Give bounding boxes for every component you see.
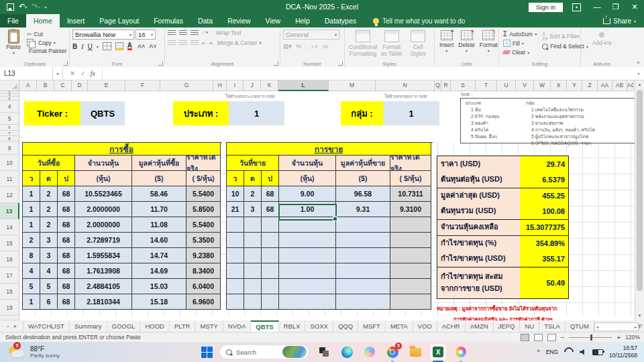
column-header-H[interactable]: H (213, 80, 227, 91)
purchase-cell-r0c3[interactable]: 10.5523465 (75, 186, 132, 202)
row-header-8[interactable]: 8 (0, 136, 19, 141)
task-view-button[interactable] (316, 344, 332, 360)
ribbon-display-options-icon[interactable]: ▴ (572, 3, 581, 11)
purchase-cell-r6c3[interactable]: 2.4884105 (75, 279, 132, 294)
align-center-icon[interactable] (179, 40, 187, 46)
column-header-W[interactable]: W (534, 80, 551, 91)
restore-button[interactable]: ❒ (606, 0, 625, 14)
collapse-ribbon-icon[interactable]: ˄ (637, 60, 640, 66)
tab-page-layout[interactable]: Page Layout (92, 14, 146, 27)
purchase-cell-r7c4[interactable]: 15.18 (132, 294, 186, 310)
sale-cell-r4c5[interactable] (390, 248, 431, 263)
row-header-12[interactable]: 12 (0, 187, 19, 203)
align-bottom-icon[interactable] (191, 30, 199, 36)
purchase-cell-r6c2[interactable]: 68 (58, 279, 75, 294)
sale-cell-r4c1[interactable] (244, 248, 262, 263)
shrink-font-icon[interactable]: A˅ (149, 43, 156, 50)
column-header-E[interactable]: E (88, 80, 125, 91)
zoom-in-icon[interactable]: + (616, 334, 621, 341)
sale-cell-r6c3[interactable] (279, 279, 336, 294)
tell-me-box[interactable]: Tell me what you want to do (364, 14, 465, 27)
purchase-cell-r1c0[interactable]: 1 (23, 202, 40, 217)
sale-cell-r1c1[interactable]: 3 (244, 202, 262, 217)
column-header-D[interactable]: D (72, 80, 88, 91)
scroll-up-icon[interactable]: ▲ (635, 80, 644, 89)
sheet-tab-qqq[interactable]: QQQ (333, 320, 358, 332)
excel-taskbar-button[interactable]: X (430, 344, 446, 360)
save-icon[interactable] (7, 3, 14, 11)
hscroll-right-icon[interactable]: ▸ (635, 324, 637, 329)
align-right-icon[interactable] (191, 40, 199, 46)
column-header-U[interactable]: U (497, 80, 516, 91)
expand-formula-bar-icon[interactable]: ▾ (633, 67, 644, 80)
vertical-scrollbar[interactable]: ▲ ▼ (635, 80, 644, 320)
sale-cell-r2c0[interactable] (227, 217, 244, 233)
format-painter-button[interactable]: Format Painter (27, 48, 66, 54)
purchase-cell-r6c1[interactable]: 5 (40, 279, 58, 294)
underline-button[interactable]: U (88, 43, 93, 50)
grow-font-icon[interactable]: A˄ (138, 43, 145, 50)
cut-button[interactable]: ✂Cut (27, 31, 66, 38)
sale-cell-r5c0[interactable] (227, 263, 244, 279)
column-header-S[interactable]: S (451, 80, 476, 91)
sheet-tab-meta[interactable]: META (386, 320, 413, 332)
sale-cell-r3c3[interactable] (279, 233, 336, 248)
minimize-button[interactable]: — (588, 0, 606, 14)
clear-button[interactable]: Clear▾ (503, 49, 537, 56)
sale-cell-r3c1[interactable] (244, 233, 262, 248)
start-button[interactable] (201, 347, 213, 358)
font-color-icon[interactable]: A (127, 42, 132, 50)
sale-cell-r7c4[interactable] (336, 294, 390, 310)
sheet-tab-watchlist[interactable]: WATCHLIST (23, 320, 70, 332)
row-header-partial[interactable] (0, 316, 19, 320)
summary-value-2[interactable]: 455.25 (520, 188, 568, 204)
insert-function-icon[interactable]: fx (91, 70, 95, 77)
row-header-16[interactable]: 16 (0, 251, 19, 267)
sheet-tab-qtum[interactable]: QTUM (566, 320, 594, 332)
orientation-icon[interactable]: ⟋▾ (202, 29, 209, 36)
sale-cell-r3c5[interactable] (390, 233, 431, 248)
sheet-tab-hood[interactable]: HOOD (140, 320, 170, 332)
autosum-button[interactable]: ΣAutoSum▾ (503, 30, 537, 38)
purchase-cell-r7c1[interactable]: 6 (40, 294, 58, 310)
conditional-formatting-button[interactable]: Conditional Formatting (350, 30, 376, 57)
tab-scroll-right-icon[interactable]: ▸ (14, 323, 17, 329)
purchase-cell-r4c3[interactable]: 1.5955834 (75, 248, 132, 263)
align-top-icon[interactable] (168, 30, 176, 36)
sale-cell-r1c5[interactable]: 9.3100 (390, 202, 431, 217)
purchase-cell-r3c2[interactable]: 68 (58, 233, 75, 248)
sale-cell-r5c1[interactable] (244, 263, 262, 279)
sale-cell-r6c1[interactable] (244, 279, 262, 294)
normal-view-icon[interactable] (521, 334, 529, 341)
ticker-label-cell[interactable]: Ticker : (24, 101, 80, 125)
row-header-6[interactable]: 6 (0, 125, 19, 131)
purchase-cell-r6c0[interactable]: 5 (23, 279, 40, 294)
sale-cell-r7c2[interactable] (262, 294, 279, 310)
number-format-combo[interactable]: General▾ (283, 29, 339, 40)
copy-button[interactable]: Copy▾ (27, 39, 66, 46)
italic-button[interactable]: I (81, 43, 83, 50)
group-label-cell[interactable]: กลุ่ม : (341, 101, 383, 125)
decrease-decimal-icon[interactable]: .00 (322, 44, 329, 49)
sale-cell-r4c4[interactable] (336, 248, 390, 263)
sign-in-button[interactable]: Sign in (529, 3, 563, 12)
sheet-tab-msty[interactable]: MSTY (195, 320, 223, 332)
purchase-cell-r3c5[interactable]: 5.3500 (186, 233, 221, 248)
tab-view[interactable]: View (258, 14, 288, 27)
delete-cells-button[interactable]: ×Delete▾ (458, 30, 475, 53)
column-header-J[interactable]: J (244, 80, 261, 91)
tab-scroll-left-icon[interactable]: ◂ (6, 323, 9, 329)
purchase-cell-r6c4[interactable]: 15.03 (132, 279, 186, 294)
purchase-cell-r2c5[interactable]: 5.5400 (186, 217, 221, 233)
row-header-7[interactable]: 7 (0, 131, 19, 136)
page-break-view-icon[interactable] (547, 334, 556, 341)
sheet-tab-qbts[interactable]: QBTS (251, 320, 278, 332)
sheet-tab-googl[interactable]: GOOGL (107, 320, 141, 332)
purchase-cell-r5c0[interactable]: 4 (23, 263, 40, 279)
sheet-tab-nu[interactable]: NU (520, 320, 539, 332)
sale-cell-r5c5[interactable] (390, 263, 431, 279)
sale-cell-r7c5[interactable] (390, 294, 431, 310)
fill-button[interactable]: ↓Fill▾ (503, 40, 537, 47)
row-header-15[interactable]: 15 (0, 235, 19, 251)
sale-cell-r7c1[interactable] (244, 294, 262, 310)
